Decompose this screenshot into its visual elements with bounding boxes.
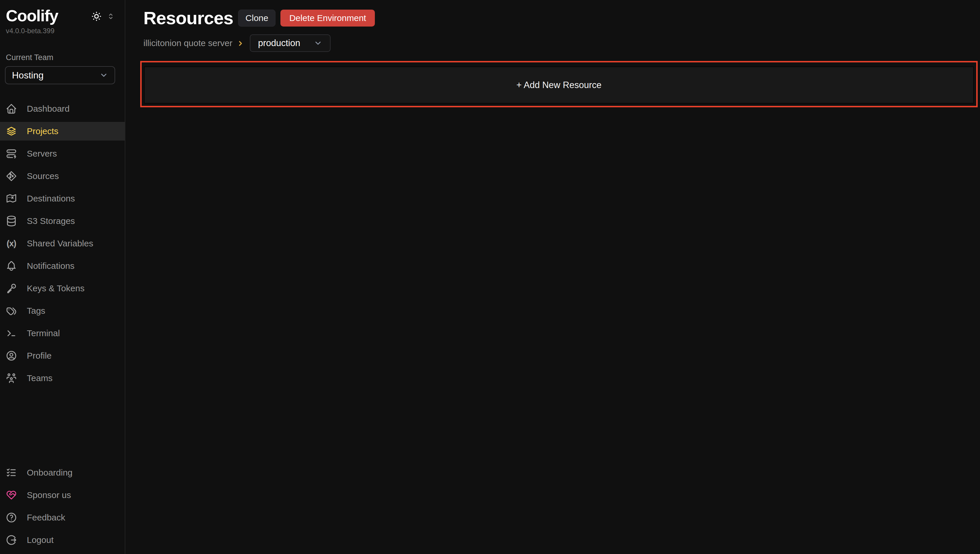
tags-icon bbox=[6, 305, 17, 317]
sidebar-item-label: Notifications bbox=[27, 261, 74, 271]
app-logo[interactable]: Coolify bbox=[6, 7, 58, 24]
sidebar-item-label: Logout bbox=[27, 535, 54, 545]
sidebar-item-label: Tags bbox=[27, 306, 45, 316]
sidebar-collapse-icon[interactable] bbox=[107, 12, 115, 21]
sidebar-footer-nav: OnboardingSponsor usFeedbackLogout bbox=[0, 463, 125, 553]
sidebar-item-shared-variables[interactable]: (x)Shared Variables bbox=[0, 234, 125, 253]
sidebar-item-teams[interactable]: Teams bbox=[0, 369, 125, 387]
checklist-icon bbox=[6, 467, 17, 479]
sidebar: Coolify v4.0.0-beta.399 Current Team Hos… bbox=[0, 0, 125, 554]
sidebar-item-label: Projects bbox=[27, 126, 58, 136]
add-new-resource-button[interactable]: + Add New Resource bbox=[144, 67, 974, 103]
environment-select-value: production bbox=[258, 38, 300, 48]
home-icon bbox=[6, 103, 17, 115]
sidebar-item-destinations[interactable]: Destinations bbox=[0, 189, 125, 208]
server-bolt-icon bbox=[6, 148, 17, 159]
sidebar-item-label: Profile bbox=[27, 351, 52, 361]
sidebar-item-profile[interactable]: Profile bbox=[0, 346, 125, 365]
page-title: Resources bbox=[143, 9, 233, 27]
add-new-resource-label: + Add New Resource bbox=[516, 80, 601, 91]
sidebar-item-projects[interactable]: Projects bbox=[0, 122, 125, 140]
app-root: Coolify v4.0.0-beta.399 Current Team Hos… bbox=[0, 0, 980, 554]
sidebar-item-label: Keys & Tokens bbox=[27, 283, 84, 293]
logout-icon bbox=[6, 534, 17, 546]
sidebar-item-label: Sponsor us bbox=[27, 490, 71, 500]
clone-button[interactable]: Clone bbox=[238, 10, 275, 27]
chevron-down-icon bbox=[313, 39, 322, 48]
user-circle-icon bbox=[6, 350, 17, 361]
sidebar-item-label: Teams bbox=[27, 373, 52, 383]
help-circle-icon bbox=[6, 512, 17, 524]
sidebar-item-label: Servers bbox=[27, 149, 57, 159]
sidebar-item-label: Onboarding bbox=[27, 468, 73, 478]
breadcrumb: illicitonion quote server production bbox=[143, 34, 978, 52]
sidebar-item-notifications[interactable]: Notifications bbox=[0, 256, 125, 275]
sidebar-item-sponsor-us[interactable]: Sponsor us bbox=[0, 486, 125, 505]
sidebar-header: Coolify bbox=[0, 0, 125, 24]
sidebar-item-sources[interactable]: Sources bbox=[0, 167, 125, 185]
terminal-icon bbox=[6, 328, 17, 339]
team-select[interactable]: Hosting bbox=[5, 66, 115, 84]
variables-icon: (x) bbox=[6, 238, 17, 249]
stack-icon bbox=[6, 126, 17, 137]
sidebar-item-servers[interactable]: Servers bbox=[0, 144, 125, 163]
git-diamond-icon bbox=[6, 170, 17, 182]
sidebar-item-label: Shared Variables bbox=[27, 239, 93, 248]
current-team-label: Current Team bbox=[0, 35, 125, 62]
database-icon bbox=[6, 215, 17, 227]
delete-environment-button[interactable]: Delete Environment bbox=[280, 10, 375, 27]
sidebar-item-label: Sources bbox=[27, 171, 59, 181]
sidebar-item-logout[interactable]: Logout bbox=[0, 531, 125, 549]
annotation-highlight: + Add New Resource bbox=[140, 61, 978, 107]
sidebar-item-onboarding[interactable]: Onboarding bbox=[0, 463, 125, 482]
bell-icon bbox=[6, 260, 17, 272]
page-header: Resources Clone Delete Environment bbox=[143, 9, 978, 27]
chevron-down-icon bbox=[99, 71, 108, 80]
key-icon bbox=[6, 283, 17, 294]
heart-handshake-icon bbox=[6, 489, 17, 501]
sidebar-item-label: S3 Storages bbox=[27, 216, 75, 226]
environment-select[interactable]: production bbox=[250, 34, 331, 52]
sidebar-item-terminal[interactable]: Terminal bbox=[0, 324, 125, 342]
sidebar-item-s3-storages[interactable]: S3 Storages bbox=[0, 212, 125, 230]
sidebar-item-keys-tokens[interactable]: Keys & Tokens bbox=[0, 279, 125, 298]
users-group-icon bbox=[6, 373, 17, 384]
breadcrumb-project[interactable]: illicitonion quote server bbox=[143, 38, 232, 48]
sidebar-header-icons bbox=[91, 11, 115, 22]
sidebar-item-label: Feedback bbox=[27, 513, 65, 522]
sidebar-item-feedback[interactable]: Feedback bbox=[0, 508, 125, 527]
main-content: Resources Clone Delete Environment illic… bbox=[125, 0, 980, 554]
team-select-value: Hosting bbox=[12, 70, 44, 81]
app-version: v4.0.0-beta.399 bbox=[0, 24, 125, 35]
sidebar-nav: DashboardProjectsServersSourcesDestinati… bbox=[0, 99, 125, 391]
sidebar-item-label: Destinations bbox=[27, 194, 75, 204]
sidebar-item-label: Terminal bbox=[27, 328, 60, 338]
theme-toggle-sun-icon[interactable] bbox=[91, 11, 102, 22]
sidebar-item-tags[interactable]: Tags bbox=[0, 301, 125, 320]
sidebar-item-dashboard[interactable]: Dashboard bbox=[0, 99, 125, 118]
chevron-right-icon bbox=[237, 40, 244, 47]
sidebar-item-label: Dashboard bbox=[27, 104, 70, 114]
map-x-icon bbox=[6, 193, 17, 204]
